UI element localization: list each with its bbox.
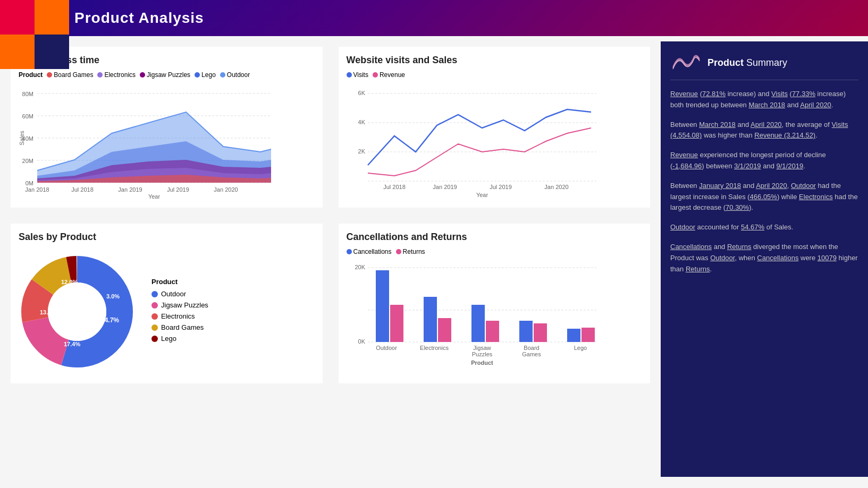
svg-point-39 <box>48 282 106 341</box>
summary-para-6: Cancellations and Returns diverged the m… <box>670 242 858 275</box>
bar-outdoor-cancel <box>376 270 389 342</box>
legend-revenue: Revenue <box>373 71 405 79</box>
website-visits-chart: Website visits and Sales Visits Revenue <box>339 47 651 208</box>
charts-area: Sales across time Product Board Games El… <box>0 36 661 477</box>
legend-label-jigsaw: Jigsaw Puzzles <box>147 71 190 79</box>
svg-text:Electronics: Electronics <box>420 345 449 351</box>
summary-para-3: Revenue experienced the longest period o… <box>670 150 858 172</box>
pie-section: 3.0% 12.0% 13.0% 54.7% 17.4% Product Out… <box>19 248 315 375</box>
march2018-link-1[interactable]: March 2018 <box>748 101 785 109</box>
sales-area-svg: 80M 60M 40M 20M 0M <box>19 83 274 200</box>
revenue-avg-link[interactable]: Revenue (3,214.52) <box>754 131 815 139</box>
bottom-charts-row: Sales by Product <box>11 224 650 383</box>
legend-returns: Returns <box>396 248 425 255</box>
sales-legend: Product Board Games Electronics Jigsaw P… <box>19 71 315 79</box>
electronics-pct-link[interactable]: 70.30% <box>726 203 749 211</box>
pie-legend-jigsaw: Jigsaw Puzzles <box>151 301 208 309</box>
legend-label-electronics: Electronics <box>104 71 136 79</box>
visits-pct-link[interactable]: 77.33% <box>792 90 815 98</box>
pie-label-outdoor: Outdoor <box>161 290 186 298</box>
logo <box>0 0 69 69</box>
legend-label-revenue: Revenue <box>380 71 405 79</box>
bar-electronics-returns <box>438 318 451 342</box>
top-charts-row: Sales across time Product Board Games El… <box>11 47 650 208</box>
summary-para-1: Revenue (72.81% increase) and Visits (77… <box>670 89 858 111</box>
pie-dot-lego <box>151 336 158 342</box>
pie-dot-electronics <box>151 313 158 320</box>
summary-para-4: Between January 2018 and April 2020, Out… <box>670 181 858 213</box>
svg-text:20M: 20M <box>22 158 33 164</box>
legend-boardgames: Board Games <box>47 71 93 79</box>
pie-label-jigsaw: Jigsaw Puzzles <box>161 301 208 309</box>
cancellations-link[interactable]: Cancellations <box>670 243 712 251</box>
svg-text:Year: Year <box>476 192 488 198</box>
outdoor-link-1[interactable]: Outdoor <box>791 182 816 190</box>
svg-text:Board: Board <box>524 345 539 351</box>
logo-block-3 <box>0 35 35 69</box>
returns-link[interactable]: Returns <box>727 243 752 251</box>
pie-legend: Product Outdoor Jigsaw Puzzles Electroni… <box>151 278 208 346</box>
summary-panel: Product Summary Revenue (72.81% increase… <box>661 41 868 477</box>
bar-jigsaw-cancel <box>471 305 485 342</box>
svg-text:Year: Year <box>148 193 161 200</box>
returns-link-2[interactable]: Returns <box>686 265 710 273</box>
svg-text:Jan 2020: Jan 2020 <box>214 186 238 193</box>
april2020-link-1[interactable]: April 2020 <box>800 101 831 109</box>
summary-header: Product Summary <box>670 52 858 80</box>
revenue-link-2[interactable]: Revenue <box>670 151 698 159</box>
count-link[interactable]: 10079 <box>818 254 837 262</box>
legend-label-visits: Visits <box>353 71 368 79</box>
electronics-link[interactable]: Electronics <box>799 193 833 201</box>
sales-by-product-title: Sales by Product <box>19 232 315 243</box>
outdoor-share-link[interactable]: 54.67% <box>741 223 764 231</box>
visits-link-1[interactable]: Visits <box>771 90 788 98</box>
main-container: Sales across time Product Board Games El… <box>0 36 868 477</box>
svg-text:3.0%: 3.0% <box>106 293 120 299</box>
legend-label-lego: Lego <box>201 71 216 79</box>
svg-text:Jul 2019: Jul 2019 <box>490 184 512 190</box>
svg-text:20K: 20K <box>355 264 365 270</box>
svg-text:Outdoor: Outdoor <box>376 345 397 351</box>
end-date-link[interactable]: 9/1/2019 <box>777 162 804 170</box>
summary-para-2: Between March 2018 and April 2020, the a… <box>670 119 858 142</box>
legend-electronics: Electronics <box>97 71 136 79</box>
decline-link[interactable]: -1,684.96 <box>672 162 702 170</box>
logo-block-4 <box>35 35 69 69</box>
legend-dot-outdoor <box>220 72 225 78</box>
pie-legend-lego: Lego <box>151 335 208 343</box>
legend-label-cancellations: Cancellations <box>353 248 392 255</box>
pie-dot-outdoor <box>151 291 158 297</box>
april2020-link-2[interactable]: April 2020 <box>751 121 782 129</box>
summary-icon <box>670 52 702 73</box>
visits-legend: Visits Revenue <box>347 71 643 79</box>
jan2018-link[interactable]: January 2018 <box>699 182 741 190</box>
bar-outdoor-returns <box>390 305 403 342</box>
outdoor-link-3[interactable]: Outdoor <box>710 254 735 262</box>
svg-text:0M: 0M <box>26 180 33 186</box>
svg-text:Jan 2019: Jan 2019 <box>118 186 142 193</box>
revenue-pct-link[interactable]: 72.81% <box>702 90 726 98</box>
bar-lego-returns <box>582 328 595 342</box>
svg-text:4K: 4K <box>358 119 365 125</box>
april2020-link-3[interactable]: April 2020 <box>756 182 787 190</box>
svg-text:54.7%: 54.7% <box>101 316 119 324</box>
summary-para-5: Outdoor accounted for 54.67% of Sales. <box>670 222 858 233</box>
outdoor-link-2[interactable]: Outdoor <box>670 223 695 231</box>
svg-text:Jan 2020: Jan 2020 <box>544 184 568 190</box>
outdoor-pct-link[interactable]: 466.05% <box>750 193 777 201</box>
svg-text:Games: Games <box>522 351 541 357</box>
pie-legend-boardgames: Board Games <box>151 323 208 331</box>
svg-text:Jan 2019: Jan 2019 <box>433 184 457 190</box>
svg-text:12.0%: 12.0% <box>61 279 78 285</box>
cancellations-link-2[interactable]: Cancellations <box>757 254 798 262</box>
legend-dot-jigsaw <box>140 72 145 78</box>
legend-jigsaw: Jigsaw Puzzles <box>140 71 190 79</box>
legend-dot-visits <box>347 72 352 78</box>
legend-label-boardgames: Board Games <box>54 71 93 79</box>
bar-electronics-cancel <box>424 297 437 342</box>
revenue-link-1[interactable]: Revenue <box>670 90 698 98</box>
march2018-link-2[interactable]: March 2018 <box>699 121 736 129</box>
cancellations-title: Cancellations and Returns <box>347 232 643 243</box>
bar-boardgames-cancel <box>519 321 533 342</box>
start-date-link[interactable]: 3/1/2019 <box>734 162 761 170</box>
